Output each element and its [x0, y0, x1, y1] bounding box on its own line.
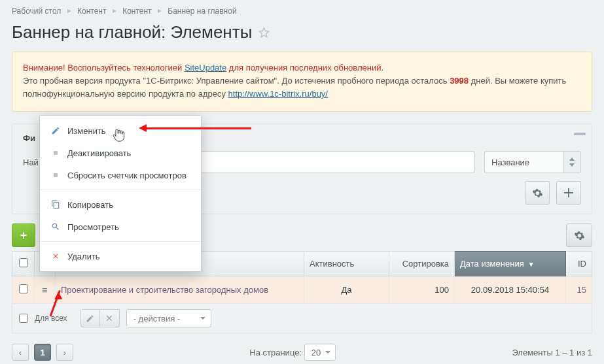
sort-desc-icon: ▼ [528, 261, 535, 268]
filter-select-value: Название [491, 157, 529, 167]
trial-notice: Внимание! Воспользуйтесь технологией Sit… [12, 52, 592, 112]
col-active[interactable]: Активность [304, 252, 389, 276]
bulk-actions-value: - действия - [133, 314, 181, 323]
per-page-label: На странице: [249, 348, 302, 357]
menu-delete[interactable]: Удалить [40, 245, 201, 267]
filter-field-select[interactable]: Название [484, 151, 563, 173]
table-settings-button[interactable] [566, 223, 592, 247]
edit-icon[interactable] [80, 309, 100, 327]
per-page-select[interactable]: 20 [304, 344, 336, 361]
close-icon[interactable]: ✕ [100, 309, 120, 327]
star-icon[interactable] [258, 27, 270, 38]
breadcrumb-item[interactable]: Контент [122, 7, 151, 16]
bulk-actions-bar: Для всех ✕ - действия - [12, 304, 592, 333]
row-active: Да [304, 276, 389, 304]
edit-icon [50, 125, 61, 136]
pagination-info: Элементы 1 – 1 из 1 [512, 348, 592, 357]
bullet-icon [50, 148, 61, 158]
breadcrumb-item[interactable]: Контент [77, 7, 106, 16]
hamburger-icon[interactable]: ≡ [42, 284, 48, 295]
delete-icon [50, 251, 61, 261]
filter-label: Най [23, 157, 39, 167]
chevron-right-icon: ▸ [67, 6, 71, 15]
svg-rect-0 [574, 133, 586, 135]
menu-copy[interactable]: Копировать [40, 193, 201, 216]
col-modified-label: Дата изменения [460, 259, 524, 269]
chevron-right-icon: ▸ [113, 6, 116, 15]
for-all-checkbox[interactable] [19, 314, 28, 323]
menu-deactivate[interactable]: Деактивировать [40, 142, 201, 164]
plus-icon[interactable] [556, 181, 581, 205]
notice-text: Это пробная версия продукта "1С-Битрикс:… [23, 76, 450, 86]
row-name[interactable]: Проектирование и строительство загородны… [56, 276, 304, 304]
search-icon [50, 222, 61, 232]
notice-text: Внимание! Воспользуйтесь технологией [23, 63, 185, 73]
trial-days: 3998 [450, 76, 469, 86]
row-checkbox[interactable] [19, 284, 28, 293]
menu-label: Удалить [67, 252, 100, 261]
buy-link[interactable]: http://www.1c-bitrix.ru/buy/ [228, 89, 328, 99]
gear-icon[interactable] [525, 181, 550, 205]
menu-separator [40, 241, 201, 242]
breadcrumb: Рабочий стол ▸ Контент ▸ Контент ▸ Банне… [12, 0, 592, 20]
col-sort[interactable]: Сортировка [389, 252, 455, 276]
menu-label: Деактивировать [67, 148, 131, 158]
row-modified: 20.09.2018 15:40:54 [455, 276, 566, 304]
chevron-right-icon: ▸ [158, 6, 162, 15]
prev-page-button[interactable]: ‹ [12, 344, 29, 361]
page-number[interactable]: 1 [34, 344, 51, 361]
annotation-arrow [141, 127, 251, 129]
col-id[interactable]: ID [566, 252, 592, 276]
row-sort: 100 [389, 276, 455, 304]
next-page-button[interactable]: › [56, 344, 73, 361]
menu-reset-counter[interactable]: Сбросить счетчик просмотров [40, 164, 201, 186]
collapse-icon[interactable] [572, 129, 588, 140]
menu-label: Изменить [67, 126, 106, 136]
siteupdate-link[interactable]: SiteUpdate [185, 63, 226, 73]
menu-label: Сбросить счетчик просмотров [67, 171, 187, 180]
bulk-actions-select[interactable]: - действия - [126, 309, 211, 327]
per-page-value: 20 [311, 348, 321, 357]
cursor-icon [113, 127, 126, 144]
page-title: Баннер на главной: Элементы [12, 22, 252, 42]
menu-separator [40, 190, 201, 190]
add-button[interactable]: + [12, 223, 35, 247]
breadcrumb-item[interactable]: Рабочий стол [12, 7, 61, 16]
select-all-checkbox[interactable] [19, 258, 28, 267]
row-id[interactable]: 15 [566, 276, 592, 304]
table-row[interactable]: ≡ Проектирование и строительство загород… [12, 276, 592, 304]
copy-icon [50, 199, 61, 210]
updown-icon[interactable] [563, 151, 581, 173]
col-modified[interactable]: Дата изменения▼ [455, 252, 566, 276]
notice-text: для получения последних обновлений. [226, 63, 383, 73]
bullet-icon [50, 170, 61, 180]
menu-label: Копировать [67, 200, 113, 210]
breadcrumb-item[interactable]: Баннер на главной [168, 7, 236, 16]
menu-label: Просмотреть [67, 222, 119, 232]
menu-view[interactable]: Просмотреть [40, 216, 201, 238]
